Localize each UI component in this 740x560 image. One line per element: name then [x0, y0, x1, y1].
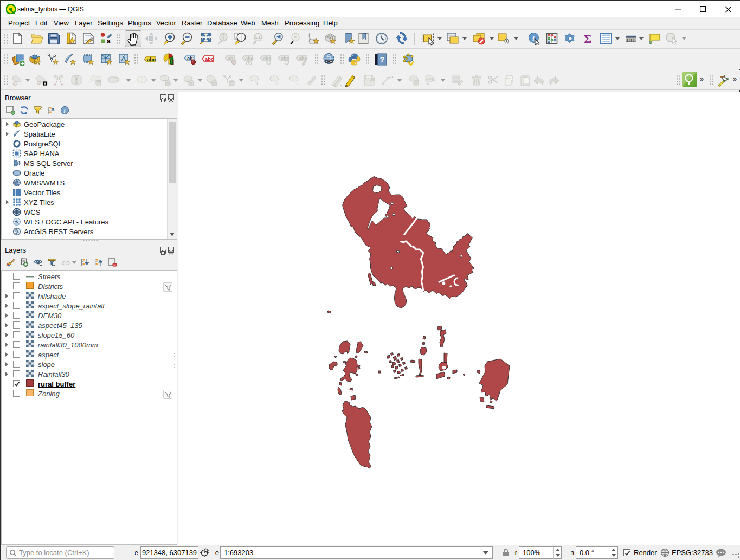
- svg-text:i: i: [532, 34, 535, 42]
- svg-text:a: a: [107, 37, 111, 45]
- svg-text:abc: abc: [147, 56, 156, 62]
- svg-text:abc: abc: [245, 56, 254, 61]
- svg-text:f: f: [256, 81, 258, 86]
- svg-text:?: ?: [380, 55, 385, 64]
- svg-text:f: f: [296, 81, 298, 86]
- svg-text:d: d: [276, 81, 279, 86]
- svg-text:1:1: 1:1: [255, 36, 261, 40]
- svg-text:i: i: [64, 108, 66, 114]
- svg-text:abc: abc: [205, 56, 214, 62]
- svg-text:ε: ε: [62, 258, 65, 266]
- svg-text:abc: abc: [299, 56, 307, 61]
- svg-text:Σ: Σ: [584, 32, 591, 45]
- svg-text:abc: abc: [281, 56, 289, 61]
- svg-text:abc: abc: [263, 56, 272, 61]
